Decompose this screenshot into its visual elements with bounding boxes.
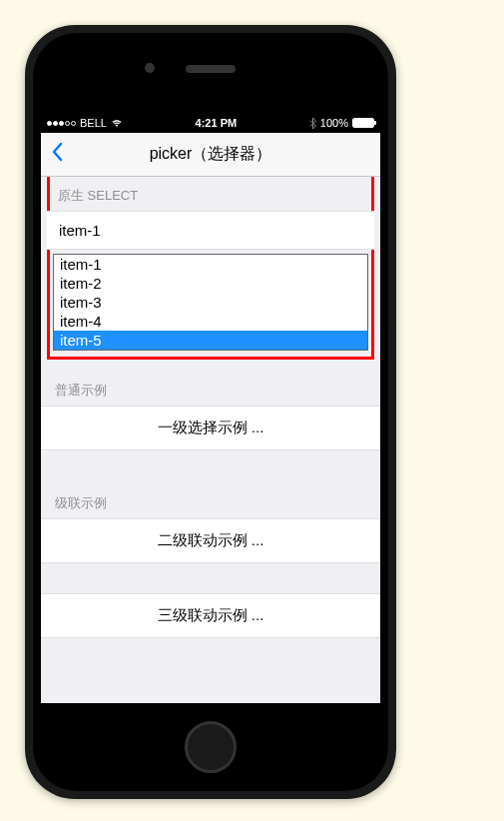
- battery-icon: [352, 118, 374, 128]
- bluetooth-icon: [309, 118, 316, 129]
- back-button[interactable]: [51, 142, 63, 168]
- content: 原生 SELECT item-1 item-1 item-2 item-3 it…: [41, 174, 380, 638]
- phone-frame: BELL 4:21 PM 100% picker（选择器）: [25, 25, 396, 799]
- screen: BELL 4:21 PM 100% picker（选择器）: [41, 113, 380, 703]
- home-button[interactable]: [185, 721, 237, 773]
- highlight-box: 原生 SELECT item-1 item-1 item-2 item-3 it…: [47, 174, 374, 360]
- level1-select-button[interactable]: 一级选择示例 ...: [41, 406, 380, 450]
- status-left: BELL: [47, 117, 123, 129]
- dropdown-option[interactable]: item-3: [54, 293, 367, 312]
- native-select-dropdown[interactable]: item-1 item-2 item-3 item-4 item-5: [53, 254, 368, 351]
- dropdown-option[interactable]: item-4: [54, 312, 367, 331]
- level3-cascade-button[interactable]: 三级联动示例 ...: [41, 593, 380, 638]
- dropdown-option[interactable]: item-1: [54, 255, 367, 274]
- dropdown-option[interactable]: item-2: [54, 274, 367, 293]
- nav-title: picker（选择器）: [41, 144, 380, 165]
- carrier-label: BELL: [80, 117, 107, 129]
- signal-icon: [47, 121, 76, 126]
- section-header-normal: 普通示例: [41, 368, 380, 406]
- nav-bar: picker（选择器）: [41, 133, 380, 177]
- status-right: 100%: [309, 117, 374, 129]
- status-time: 4:21 PM: [196, 117, 238, 129]
- level2-cascade-button[interactable]: 二级联动示例 ...: [41, 518, 380, 563]
- section-header-cascade: 级联示例: [41, 480, 380, 518]
- dropdown-option[interactable]: item-5: [54, 331, 367, 350]
- spacer: [41, 563, 380, 593]
- speaker-slot: [186, 65, 236, 73]
- camera-dot: [145, 63, 155, 73]
- battery-percent: 100%: [320, 117, 348, 129]
- native-select-value[interactable]: item-1: [47, 211, 374, 250]
- phone-inner: BELL 4:21 PM 100% picker（选择器）: [33, 33, 388, 791]
- status-bar: BELL 4:21 PM 100%: [41, 113, 380, 133]
- spacer: [41, 450, 380, 480]
- wifi-icon: [111, 118, 123, 128]
- section-header-native: 原生 SELECT: [50, 177, 371, 211]
- chevron-left-icon: [51, 142, 63, 162]
